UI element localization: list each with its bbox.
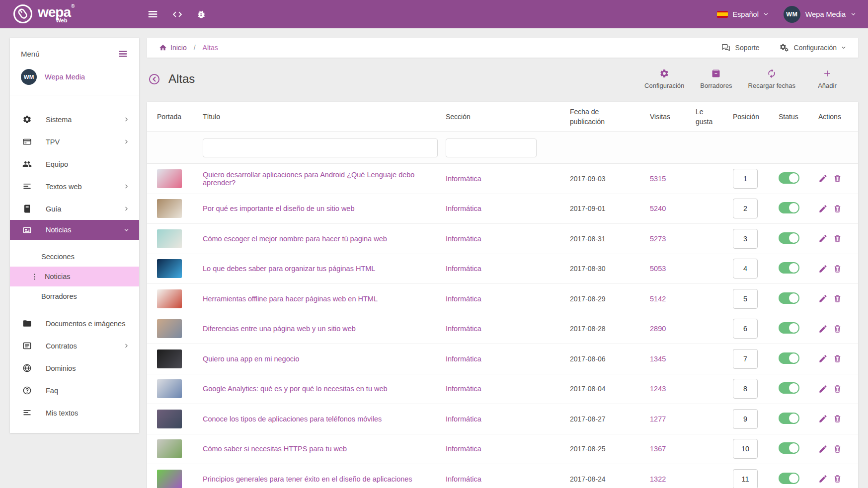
status-toggle[interactable]: [779, 442, 799, 454]
status-toggle[interactable]: [779, 352, 799, 364]
sidebar-item-equipo[interactable]: Equipo: [10, 153, 139, 175]
sidebar-item-tpv[interactable]: TPV: [10, 131, 139, 153]
edit-icon[interactable]: [818, 264, 828, 274]
sidebar-subitem-noticias[interactable]: Noticias: [10, 267, 139, 286]
position-input[interactable]: [733, 289, 758, 309]
delete-icon[interactable]: [833, 324, 842, 334]
portada-thumbnail[interactable]: [157, 319, 182, 338]
article-title-link[interactable]: Cómo escoger el mejor nombre para hacer …: [203, 235, 387, 243]
article-title-link[interactable]: Por qué es importante el diseño de un si…: [203, 205, 355, 212]
position-input[interactable]: [733, 199, 758, 218]
visits-link[interactable]: 1322: [650, 475, 666, 483]
status-toggle[interactable]: [779, 262, 799, 274]
status-toggle[interactable]: [779, 473, 799, 484]
status-toggle[interactable]: [779, 413, 799, 424]
delete-icon[interactable]: [833, 474, 842, 484]
position-input[interactable]: [733, 319, 758, 339]
delete-icon[interactable]: [833, 204, 842, 213]
visits-link[interactable]: 1367: [650, 445, 666, 453]
sidebar-item-faq[interactable]: Faq: [10, 379, 139, 402]
article-title-link[interactable]: Quiero desarrollar aplicaciones para And…: [203, 171, 414, 187]
delete-icon[interactable]: [833, 444, 842, 454]
section-link[interactable]: Informática: [446, 325, 481, 333]
portada-thumbnail[interactable]: [157, 289, 182, 308]
sidebar-subitem-secciones[interactable]: Secciones: [10, 247, 139, 267]
visits-link[interactable]: 5142: [650, 295, 666, 303]
visits-link[interactable]: 1243: [650, 385, 666, 393]
status-toggle[interactable]: [779, 382, 799, 394]
portada-thumbnail[interactable]: [157, 259, 182, 278]
visits-link[interactable]: 2890: [650, 325, 666, 333]
edit-icon[interactable]: [818, 324, 828, 334]
config-dropdown[interactable]: Configuración: [779, 43, 846, 53]
portada-thumbnail[interactable]: [157, 229, 182, 248]
sidebar-item-dominios[interactable]: Dominios: [10, 357, 139, 379]
status-toggle[interactable]: [779, 292, 799, 304]
section-link[interactable]: Informática: [446, 475, 481, 483]
delete-icon[interactable]: [833, 414, 842, 423]
section-link[interactable]: Informática: [446, 235, 481, 243]
borradores-button[interactable]: Borradores: [700, 69, 732, 89]
section-link[interactable]: Informática: [446, 205, 481, 212]
delete-icon[interactable]: [833, 264, 842, 274]
visits-link[interactable]: 1345: [650, 355, 666, 363]
article-title-link[interactable]: Principios generales para tener éxito en…: [203, 475, 412, 483]
position-input[interactable]: [733, 349, 758, 369]
back-icon[interactable]: [148, 73, 160, 85]
portada-thumbnail[interactable]: [157, 470, 182, 488]
portada-thumbnail[interactable]: [157, 199, 182, 218]
position-input[interactable]: [733, 259, 758, 279]
edit-icon[interactable]: [818, 294, 828, 303]
status-toggle[interactable]: [779, 322, 799, 334]
edit-icon[interactable]: [818, 444, 828, 454]
article-title-link[interactable]: Cómo saber si necesitas HTTPS para tu we…: [203, 445, 347, 453]
visits-link[interactable]: 1277: [650, 415, 666, 423]
sidebar-item-textos-web[interactable]: Textos web: [10, 175, 139, 198]
configuracion-button[interactable]: Configuración: [644, 69, 684, 89]
position-input[interactable]: [733, 229, 758, 249]
language-selector[interactable]: Español: [717, 10, 768, 18]
edit-icon[interactable]: [818, 204, 828, 213]
edit-icon[interactable]: [818, 354, 828, 363]
breadcrumb-home-link[interactable]: Inicio: [159, 44, 187, 52]
portada-thumbnail[interactable]: [157, 349, 182, 368]
support-link[interactable]: Soporte: [721, 43, 760, 53]
article-title-link[interactable]: Conoce los tipos de aplicaciones para te…: [203, 415, 382, 423]
seccion-filter-input[interactable]: [446, 139, 537, 157]
edit-icon[interactable]: [818, 474, 828, 484]
titulo-filter-input[interactable]: [203, 139, 438, 157]
recargar-fechas-button[interactable]: Recargar fechas: [748, 69, 795, 89]
visits-link[interactable]: 5053: [650, 265, 666, 273]
code-icon[interactable]: [172, 9, 183, 20]
section-link[interactable]: Informática: [446, 265, 481, 273]
sidebar-item-guia[interactable]: Guía: [10, 198, 139, 220]
section-link[interactable]: Informática: [446, 445, 481, 453]
delete-icon[interactable]: [833, 174, 842, 183]
sidebar-toggle-icon[interactable]: [147, 8, 158, 20]
section-link[interactable]: Informática: [446, 175, 481, 183]
section-link[interactable]: Informática: [446, 385, 481, 393]
sidebar-collapse-icon[interactable]: [118, 49, 128, 59]
visits-link[interactable]: 5240: [650, 205, 666, 212]
delete-icon[interactable]: [833, 294, 842, 303]
user-menu[interactable]: WM Wepa Media: [784, 6, 856, 23]
sidebar-user-name[interactable]: Wepa Media: [45, 73, 85, 81]
edit-icon[interactable]: [818, 234, 828, 243]
bug-icon[interactable]: [196, 9, 206, 19]
sidebar-subitem-borradores[interactable]: Borradores: [10, 286, 139, 306]
delete-icon[interactable]: [833, 354, 842, 363]
position-input[interactable]: [733, 409, 758, 429]
portada-thumbnail[interactable]: [157, 410, 182, 428]
section-link[interactable]: Informática: [446, 295, 481, 303]
portada-thumbnail[interactable]: [157, 439, 182, 458]
visits-link[interactable]: 5273: [650, 235, 666, 243]
article-title-link[interactable]: Herramientas offline para hacer páginas …: [203, 295, 378, 303]
position-input[interactable]: [733, 169, 758, 189]
edit-icon[interactable]: [818, 414, 828, 423]
edit-icon[interactable]: [818, 384, 828, 394]
status-toggle[interactable]: [779, 172, 799, 184]
position-input[interactable]: [733, 469, 758, 488]
section-link[interactable]: Informática: [446, 355, 481, 363]
article-title-link[interactable]: Quiero una app en mi negocio: [203, 355, 299, 363]
portada-thumbnail[interactable]: [157, 379, 182, 398]
